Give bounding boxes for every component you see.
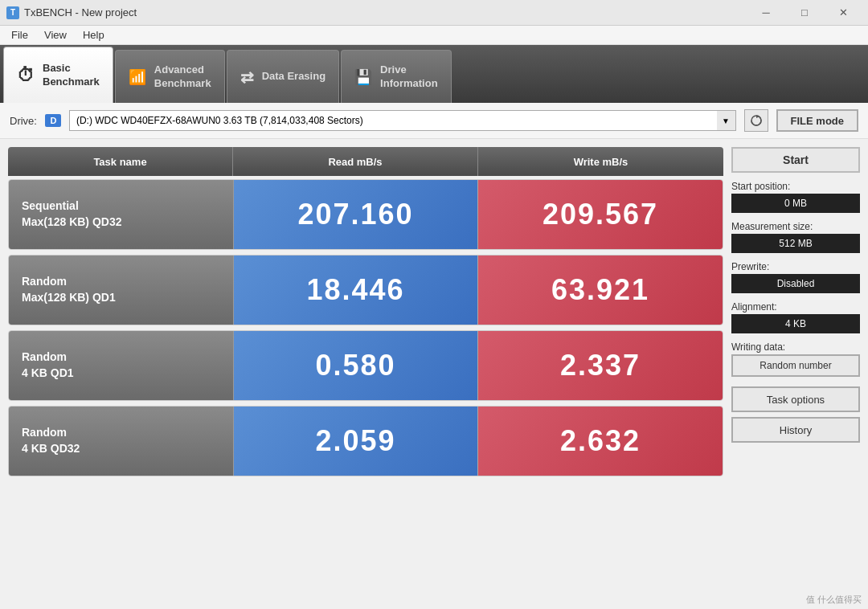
main-content: Task name Read mB/s Write mB/s Sequentia… [0,139,868,609]
task-name-1: Random Max(128 KB) QD1 [9,255,234,325]
drive-information-label: DriveInformation [380,63,438,91]
start-position-label: Start position: [731,181,860,192]
start-button[interactable]: Start [731,147,860,173]
table-row: Sequential Max(128 KB) QD32 207.160 209.… [8,179,723,250]
write-value-2: 2.337 [478,331,723,400]
close-button[interactable]: ✕ [825,1,862,25]
watermark: 值 什么值得买 [806,594,862,606]
write-value-3: 2.632 [478,407,723,476]
writing-data-button[interactable]: Random number [731,354,860,377]
measurement-size-label: Measurement size: [731,221,860,232]
advanced-benchmark-label: AdvancedBenchmark [154,63,211,91]
tab-basic-benchmark[interactable]: ⏱ BasicBenchmark [3,47,113,103]
table-row: Random Max(128 KB) QD1 18.446 63.921 [8,255,723,325]
right-panel: Start Start position: 0 MB Measurement s… [731,147,860,609]
title-bar-left: T TxBENCH - New project [6,6,137,19]
writing-data-section: Writing data: Random number [731,338,860,377]
task-options-button[interactable]: Task options [731,386,860,412]
start-position-section: Start position: 0 MB [731,178,860,213]
bench-rows: Sequential Max(128 KB) QD32 207.160 209.… [8,179,723,476]
start-position-value: 0 MB [731,194,860,213]
read-value-0: 207.160 [234,180,478,249]
write-value-1: 63.921 [478,255,723,325]
prewrite-label: Prewrite: [731,261,860,272]
col-write: Write mB/s [478,147,723,176]
drive-select-display[interactable]: (D:) WDC WD40EFZX-68AWUN0 3.63 TB (7,814… [69,110,736,131]
task-name-3: Random 4 KB QD32 [9,407,234,476]
table-row: Random 4 KB QD1 0.580 2.337 [8,330,723,401]
task-name-2: Random 4 KB QD1 [9,331,234,400]
window-title: TxBENCH - New project [24,6,137,18]
advanced-benchmark-icon: 📶 [129,68,146,86]
prewrite-value: Disabled [731,274,860,293]
basic-benchmark-icon: ⏱ [17,65,35,86]
menu-view[interactable]: View [36,27,75,43]
history-button[interactable]: History [731,417,860,443]
read-value-1: 18.446 [234,255,478,325]
alignment-section: Alignment: 4 KB [731,298,860,333]
title-bar: T TxBENCH - New project ─ □ ✕ [0,0,868,26]
drive-select-wrapper[interactable]: (D:) WDC WD40EFZX-68AWUN0 3.63 TB (7,814… [69,110,736,131]
data-erasing-label: Data Erasing [262,70,326,84]
drive-bar: Drive: D (D:) WDC WD40EFZX-68AWUN0 3.63 … [0,103,868,139]
drive-dropdown-arrow[interactable]: ▼ [717,110,736,131]
measurement-size-section: Measurement size: 512 MB [731,218,860,253]
drive-icon: D [45,114,61,127]
measurement-size-value: 512 MB [731,234,860,253]
prewrite-section: Prewrite: Disabled [731,258,860,293]
drive-information-icon: 💾 [354,68,372,86]
col-read: Read mB/s [233,147,478,176]
title-bar-controls: ─ □ ✕ [747,1,862,25]
basic-benchmark-label: BasicBenchmark [43,62,100,89]
menu-file[interactable]: File [3,27,36,43]
minimize-button[interactable]: ─ [747,1,784,25]
task-name-0: Sequential Max(128 KB) QD32 [9,180,234,249]
read-value-2: 0.580 [234,331,478,400]
drive-label: Drive: [10,115,37,127]
drive-refresh-button[interactable] [744,109,768,132]
left-panel: Task name Read mB/s Write mB/s Sequentia… [8,147,723,609]
app-icon: T [6,6,19,19]
alignment-label: Alignment: [731,301,860,313]
alignment-value: 4 KB [731,314,860,333]
tab-data-erasing[interactable]: ⇄ Data Erasing [227,50,339,103]
writing-data-label: Writing data: [731,341,860,353]
write-value-0: 209.567 [478,180,723,249]
read-value-3: 2.059 [234,407,478,476]
maximize-button[interactable]: □ [786,1,823,25]
menu-bar: File View Help [0,26,868,45]
menu-help[interactable]: Help [75,27,113,43]
col-task-name: Task name [8,147,233,176]
tab-advanced-benchmark[interactable]: 📶 AdvancedBenchmark [115,50,225,103]
bench-table-header: Task name Read mB/s Write mB/s [8,147,723,176]
file-mode-button[interactable]: FILE mode [776,109,858,132]
toolbar: ⏱ BasicBenchmark 📶 AdvancedBenchmark ⇄ D… [0,45,868,103]
tab-drive-information[interactable]: 💾 DriveInformation [341,50,452,103]
data-erasing-icon: ⇄ [240,67,254,87]
table-row: Random 4 KB QD32 2.059 2.632 [8,406,723,476]
